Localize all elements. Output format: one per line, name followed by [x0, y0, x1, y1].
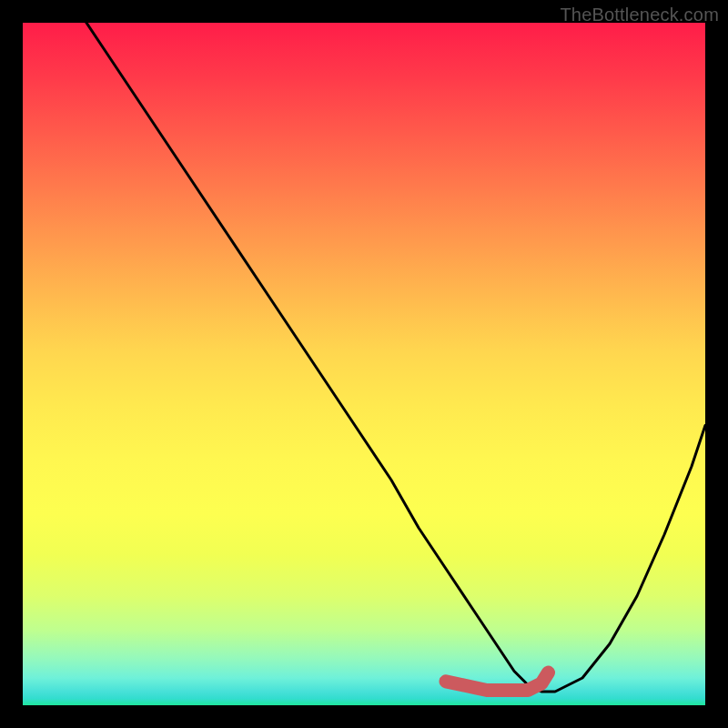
- curve-layer: [23, 23, 705, 705]
- plot-area: [23, 23, 705, 705]
- chart-canvas: TheBottleneck.com: [0, 0, 728, 728]
- optimal-range-marker: [446, 672, 549, 691]
- bottleneck-curve: [77, 23, 705, 692]
- watermark-text: TheBottleneck.com: [560, 5, 719, 25]
